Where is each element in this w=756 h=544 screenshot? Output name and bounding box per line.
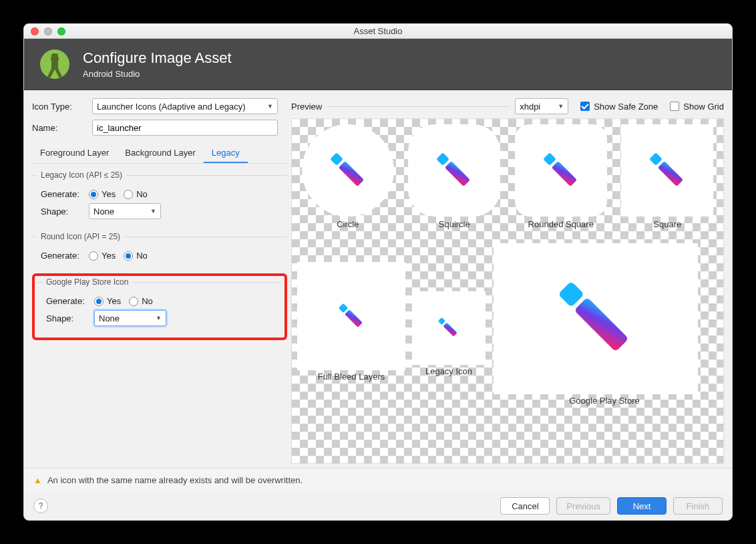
pencil-icon: [536, 259, 656, 379]
show-safe-zone-checkbox[interactable]: Show Safe Zone: [580, 102, 658, 112]
svg-point-2: [51, 55, 59, 63]
dialog-header: Configure Image Asset Android Studio: [24, 39, 732, 90]
legacy-generate-no-radio[interactable]: No: [124, 189, 148, 199]
tab-foreground-layer[interactable]: Foreground Layer: [32, 144, 117, 163]
preview-squircle-label: Squircle: [404, 219, 506, 229]
chevron-down-icon: ▼: [267, 103, 273, 110]
chevron-down-icon: ▼: [558, 103, 564, 110]
round-generate-no-radio[interactable]: No: [124, 251, 148, 261]
tab-background-layer[interactable]: Background Layer: [117, 144, 204, 163]
name-input[interactable]: [92, 120, 278, 136]
pencil-icon: [637, 140, 697, 200]
android-studio-logo-icon: [39, 48, 71, 80]
svg-rect-14: [443, 323, 457, 337]
legacy-generate-label: Generate:: [37, 189, 89, 199]
finish-button: Finish: [673, 497, 723, 515]
preview-square: [621, 124, 713, 217]
dialog-title: Configure Image Asset: [83, 49, 232, 67]
gps-shape-label: Shape:: [42, 313, 94, 323]
preview-rounded-square: [515, 124, 607, 217]
pencil-icon: [424, 140, 484, 200]
cancel-button[interactable]: Cancel: [500, 497, 550, 515]
name-label: Name:: [32, 123, 92, 133]
highlight-annotation: Google Play Store Icon Generate: Yes No …: [32, 273, 287, 340]
legacy-generate-yes-radio[interactable]: Yes: [89, 189, 116, 199]
pencil-icon: [331, 296, 371, 336]
preview-rounded-square-label: Rounded Square: [510, 219, 612, 229]
tab-legacy[interactable]: Legacy: [204, 144, 248, 163]
legacy-shape-label: Shape:: [37, 207, 89, 217]
svg-rect-5: [436, 152, 449, 166]
gps-generate-label: Generate:: [42, 296, 94, 306]
layer-tabs: Foreground Layer Background Layer Legacy: [32, 144, 287, 164]
maximize-icon[interactable]: [57, 27, 65, 35]
next-button[interactable]: Next: [617, 497, 667, 515]
preview-squircle: [408, 124, 500, 217]
svg-rect-12: [345, 309, 363, 327]
svg-rect-9: [649, 152, 663, 166]
preview-full-bleed: Full Bleed Layers: [297, 262, 405, 382]
svg-rect-4: [339, 161, 364, 186]
dialog-window: Asset Studio Configure Image Asset Andro…: [23, 23, 733, 521]
legacy-shape-select[interactable]: None▼: [89, 203, 161, 219]
svg-rect-15: [558, 281, 584, 307]
preview-label: Preview: [291, 102, 322, 112]
svg-rect-8: [552, 161, 577, 186]
chevron-down-icon: ▼: [156, 315, 162, 321]
pencil-icon: [318, 140, 378, 200]
svg-rect-16: [574, 297, 628, 352]
preview-legacy-icon: Legacy Icon: [412, 291, 486, 376]
warning-icon: ▲: [33, 475, 42, 485]
gps-generate-yes-radio[interactable]: Yes: [94, 296, 121, 306]
round-icon-group: Round Icon (API = 25) Generate: Yes No: [32, 232, 287, 268]
pencil-icon: [432, 311, 465, 345]
svg-rect-6: [445, 161, 470, 186]
preview-google-play-store: Google Play Store: [491, 243, 718, 406]
svg-rect-13: [438, 317, 445, 325]
show-grid-checkbox[interactable]: Show Grid: [670, 102, 724, 112]
gps-icon-group: Google Play Store Icon Generate: Yes No …: [37, 277, 282, 333]
round-icon-legend: Round Icon (API = 25): [37, 232, 124, 241]
svg-rect-10: [658, 161, 683, 186]
preview-circle-label: Circle: [297, 219, 399, 229]
pencil-icon: [531, 140, 591, 200]
warning-message: ▲ An icon with the same name already exi…: [33, 475, 303, 485]
legacy-icon-group: Legacy Icon (API ≤ 25) Generate: Yes No …: [32, 170, 287, 227]
round-generate-label: Generate:: [37, 251, 89, 261]
preview-square-label: Square: [617, 219, 719, 229]
gps-icon-legend: Google Play Store Icon: [42, 277, 132, 287]
svg-rect-11: [339, 303, 348, 313]
gps-generate-no-radio[interactable]: No: [129, 296, 153, 306]
help-button[interactable]: ?: [33, 499, 48, 513]
density-select[interactable]: xhdpi▼: [515, 98, 568, 114]
preview-circle: [302, 124, 394, 217]
dialog-subtitle: Android Studio: [83, 69, 232, 79]
gps-shape-select[interactable]: None▼: [94, 310, 166, 326]
titlebar: Asset Studio: [24, 24, 732, 39]
round-generate-yes-radio[interactable]: Yes: [89, 251, 116, 261]
close-icon[interactable]: [31, 27, 39, 35]
window-title: Asset Studio: [24, 26, 732, 36]
minimize-icon: [44, 27, 52, 35]
legacy-icon-legend: Legacy Icon (API ≤ 25): [37, 170, 126, 180]
svg-rect-7: [543, 152, 556, 166]
preview-area: Circle Squircle Rounded Square Square Fu…: [291, 118, 724, 464]
svg-rect-3: [330, 152, 343, 166]
previous-button: Previous: [556, 497, 610, 515]
icon-type-label: Icon Type:: [32, 102, 92, 112]
icon-type-select[interactable]: Launcher Icons (Adaptive and Legacy)▼: [92, 98, 278, 114]
chevron-down-icon: ▼: [150, 208, 156, 215]
